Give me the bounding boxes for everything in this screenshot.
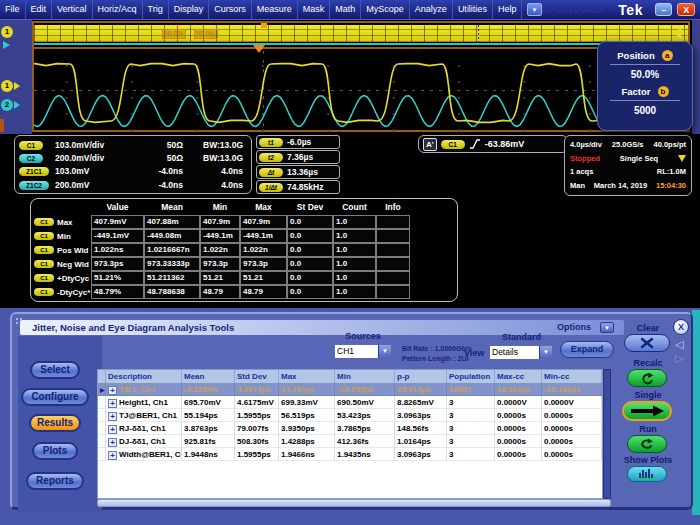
source-chevron-icon[interactable]: ▼ [378, 345, 391, 358]
overview-ch2-arrow-icon[interactable] [3, 41, 10, 49]
ch2-badge[interactable]: C2 [19, 154, 43, 163]
view-select[interactable]: Details ▼ [489, 345, 553, 360]
result-cell: 1.9466ns [279, 448, 335, 461]
zoom-overview-strip[interactable]: 50.0% 50.0% [34, 23, 688, 49]
col-description[interactable]: Description [106, 370, 182, 383]
meas-col-max: Max [240, 200, 287, 215]
overview-ch1-marker[interactable]: 1 [1, 26, 13, 38]
menu-help[interactable]: Help [493, 0, 523, 20]
ch1-badge[interactable]: C1 [19, 141, 43, 150]
menu-file[interactable]: File [0, 0, 26, 20]
col-min-cc[interactable]: Min-cc [542, 370, 602, 383]
z1c2-badge[interactable]: Z1C2 [19, 181, 49, 190]
options-chevron-icon[interactable]: ▼ [600, 322, 614, 333]
run-button[interactable] [627, 435, 667, 453]
expand-plus-icon[interactable] [108, 451, 117, 460]
expand-plus-icon[interactable] [108, 412, 117, 421]
menu-overflow-chevron-icon[interactable]: ▼ [527, 3, 541, 16]
menu-mask[interactable]: Mask [298, 0, 331, 20]
menu-measure[interactable]: Measure [252, 0, 298, 20]
col-mean[interactable]: Mean [182, 370, 235, 383]
col-max-cc[interactable]: Max-cc [495, 370, 542, 383]
result-row-height[interactable]: Height1, Ch1 695.70mV 4.6175mV 699.33mV … [98, 396, 602, 409]
menu-math[interactable]: Math [330, 0, 361, 20]
overview-right-arrow-icon [673, 28, 681, 38]
result-row-tj[interactable]: TJ@BER1, Ch1 55.194ps 1.5955ps 56.519ps … [98, 409, 602, 422]
vertical-scrollbar[interactable] [603, 369, 611, 499]
menu-utilities[interactable]: Utilities [453, 0, 493, 20]
menu-vertical[interactable]: Vertical [52, 0, 93, 20]
clear-button[interactable] [624, 334, 670, 352]
result-row-tie[interactable]: TIE1, Ch1 -9.1554fs 3.9073ps 14.760ps -1… [98, 383, 602, 396]
waveform-frame: 50.0% 50.0% [32, 21, 690, 132]
expand-plus-icon[interactable] [108, 438, 117, 447]
bit-rate-label: Bit Rate : 1.0000Gb/s [402, 345, 472, 352]
expand-plus-icon[interactable] [108, 399, 117, 408]
trigger-readout-box: A' C1 -63.86mV [418, 135, 568, 153]
cursor-t1-cell: t1 -6.0µs [256, 135, 340, 149]
col-min[interactable]: Min [335, 370, 395, 383]
col-stddev[interactable]: Std Dev [235, 370, 279, 383]
expand-button[interactable]: Expand [560, 341, 614, 358]
ch1-readout-row: C1 103.0mV/div 50Ω BW:13.0G [19, 138, 247, 151]
ch1-termination: 50Ω [135, 140, 183, 150]
meas-row-neg-wid: C1Neg Wid 973.3ps 973.33333p 973.3p 973.… [33, 257, 457, 271]
result-row-width[interactable]: Width@BER1, Ch1 1.9448ns 1.5955ps 1.9466… [98, 448, 602, 461]
options-menu[interactable]: Options [557, 322, 591, 332]
nav-plots-button[interactable]: Plots [32, 442, 78, 460]
overview-cursor-line [478, 25, 479, 43]
expand-plus-icon[interactable] [108, 425, 117, 434]
ch1-ground-marker[interactable]: 1 [1, 80, 13, 92]
recalc-button[interactable] [627, 369, 667, 387]
minimize-button[interactable]: – [655, 3, 673, 16]
meas-source-badge: C1 [34, 232, 54, 240]
nav-reports-button[interactable]: Reports [26, 472, 84, 490]
meas-cell: 1.0 [333, 229, 376, 243]
overview-trigger-marker-icon[interactable] [261, 23, 267, 28]
meas-cell: 1.022n [240, 243, 287, 257]
inv-delta-t-value: 74.85kHz [287, 182, 323, 192]
col-population[interactable]: Population [447, 370, 495, 383]
source-select[interactable]: CH1 ▼ [334, 344, 392, 359]
single-button[interactable] [622, 401, 672, 421]
z1c2-span: 4.0ns [183, 180, 247, 190]
meas-col-info: Info [376, 200, 410, 215]
meas-cell [376, 257, 410, 271]
z1c2-start: -4.0ns [135, 180, 183, 190]
date-label: March 14, 2019 [594, 181, 647, 190]
result-row-rj[interactable]: RJ-δδ1, Ch1 3.8763ps 79.007fs 3.9350ps 3… [98, 422, 602, 435]
menu-cursors[interactable]: Cursors [209, 0, 252, 20]
col-max[interactable]: Max [279, 370, 335, 383]
menu-horiz-acq[interactable]: Horiz/Acq [93, 0, 143, 20]
z1c1-badge[interactable]: Z1C1 [19, 167, 49, 176]
col-pp[interactable]: p-p [395, 370, 447, 383]
view-chevron-icon[interactable]: ▼ [539, 346, 552, 359]
nav-configure-button[interactable]: Configure [21, 388, 89, 406]
menu-display[interactable]: Display [169, 0, 210, 20]
result-cell: 1.5955ps [235, 409, 279, 422]
single-label: Single [618, 390, 678, 400]
result-desc: RJ-δδ1, Ch1 [119, 424, 166, 433]
trigger-position-marker-icon[interactable] [253, 45, 265, 53]
result-row-dj[interactable]: DJ-δδ1, Ch1 925.81fs 508.30fs 1.4288ps 4… [98, 435, 602, 448]
nav-results-button[interactable]: Results [29, 414, 81, 432]
menu-trig[interactable]: Trig [143, 0, 169, 20]
result-cell: 0.0000V [495, 396, 542, 409]
close-button[interactable]: X [677, 3, 695, 16]
menu-edit[interactable]: Edit [26, 0, 53, 20]
ch2-ground-marker[interactable]: 2 [1, 99, 13, 111]
nav-select-button[interactable]: Select [30, 361, 80, 379]
expand-plus-icon[interactable] [108, 386, 117, 395]
result-cell: 412.36fs [335, 435, 395, 448]
menu-analyze[interactable]: Analyze [410, 0, 453, 20]
meas-source-badge: C1 [34, 218, 54, 226]
menu-myscope[interactable]: MyScope [361, 0, 410, 20]
meas-cell: 1.0 [333, 271, 376, 285]
show-plots-label: Show Plots [618, 455, 678, 465]
horizontal-scrollbar[interactable] [97, 499, 611, 507]
row-selected-arrow-icon [100, 385, 105, 394]
show-plots-button[interactable] [627, 466, 667, 482]
meas-cell: 973.3ps [91, 257, 144, 271]
meas-cell: 1.022ns [91, 243, 144, 257]
panel-prev-arrow-icon[interactable]: ◁ [675, 338, 683, 351]
